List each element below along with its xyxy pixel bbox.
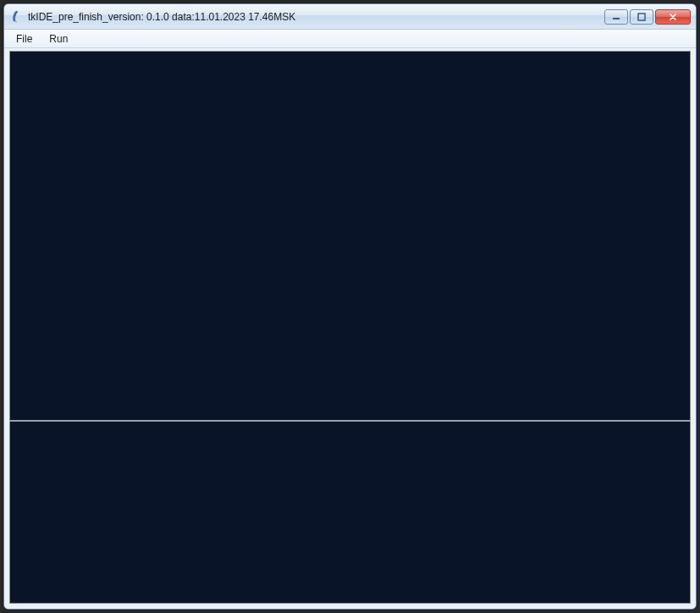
editor-pane bbox=[9, 51, 691, 420]
window-controls bbox=[604, 9, 691, 25]
maximize-button[interactable] bbox=[630, 9, 653, 25]
titlebar[interactable]: tkIDE_pre_finish_version: 0.1.0 data:11.… bbox=[4, 4, 696, 30]
output-pane bbox=[9, 422, 691, 604]
menu-file[interactable]: File bbox=[8, 31, 41, 47]
application-window: tkIDE_pre_finish_version: 0.1.0 data:11.… bbox=[3, 3, 697, 610]
svg-rect-1 bbox=[638, 14, 645, 20]
menu-run[interactable]: Run bbox=[41, 31, 76, 47]
svg-rect-0 bbox=[613, 18, 620, 19]
code-editor[interactable] bbox=[10, 52, 690, 420]
window-title: tkIDE_pre_finish_version: 0.1.0 data:11.… bbox=[28, 11, 604, 23]
menubar: File Run bbox=[4, 30, 696, 48]
client-area bbox=[4, 48, 696, 609]
output-console[interactable] bbox=[10, 422, 690, 603]
close-button[interactable] bbox=[655, 9, 691, 25]
tk-feather-icon bbox=[9, 10, 23, 24]
minimize-button[interactable] bbox=[604, 9, 628, 25]
